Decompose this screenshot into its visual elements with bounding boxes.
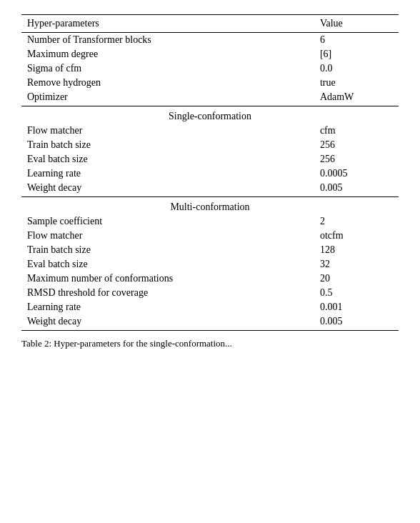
table-row: Number of Transformer blocks 6 [21, 33, 399, 48]
param-cell: Learning rate [21, 166, 314, 181]
hyper-parameters-table: Hyper-parameters Value Number of Transfo… [21, 14, 399, 331]
section-title-single: Single-conformation [21, 106, 399, 124]
table-row: Maximum degree [6] [21, 47, 399, 61]
value-cell: 0.5 [314, 286, 399, 300]
value-cell: otcfm [314, 229, 399, 243]
table-row: Maximum number of conformations 20 [21, 272, 399, 286]
value-cell: 256 [314, 152, 399, 166]
value-cell: 6 [314, 33, 399, 48]
table-row: Sample coefficient 2 [21, 214, 399, 229]
section-header-multi: Multi-conformation [21, 197, 399, 215]
table-row: Remove hydrogen true [21, 76, 399, 90]
param-cell: Optimizer [21, 90, 314, 106]
param-cell: Sample coefficient [21, 214, 314, 229]
value-cell: 0.001 [314, 300, 399, 314]
param-cell: Weight decay [21, 181, 314, 197]
table-row: Train batch size 256 [21, 138, 399, 152]
table-row: Train batch size 128 [21, 243, 399, 257]
value-cell: cfm [314, 124, 399, 138]
table-row: Eval batch size 256 [21, 152, 399, 166]
table-row: RMSD threshold for coverage 0.5 [21, 286, 399, 300]
param-cell: Train batch size [21, 243, 314, 257]
param-cell: Eval batch size [21, 152, 314, 166]
section-header-single: Single-conformation [21, 106, 399, 124]
param-cell: Learning rate [21, 300, 314, 314]
param-cell: Sigma of cfm [21, 61, 314, 76]
section-title-multi: Multi-conformation [21, 197, 399, 215]
value-cell: 128 [314, 243, 399, 257]
value-cell: 20 [314, 272, 399, 286]
value-column-header: Value [314, 15, 399, 33]
param-cell: Weight decay [21, 314, 314, 331]
value-cell: 0.005 [314, 181, 399, 197]
table-row: Learning rate 0.0005 [21, 166, 399, 181]
param-cell: Maximum degree [21, 47, 314, 61]
value-cell: 32 [314, 257, 399, 272]
value-cell: 256 [314, 138, 399, 152]
table-row: Optimizer AdamW [21, 90, 399, 106]
value-cell: 0.0 [314, 61, 399, 76]
param-cell: RMSD threshold for coverage [21, 286, 314, 300]
param-column-header: Hyper-parameters [21, 15, 314, 33]
table-row: Learning rate 0.001 [21, 300, 399, 314]
param-cell: Flow matcher [21, 124, 314, 138]
value-cell: 2 [314, 214, 399, 229]
table-row: Sigma of cfm 0.0 [21, 61, 399, 76]
param-cell: Remove hydrogen [21, 76, 314, 90]
param-cell: Number of Transformer blocks [21, 33, 314, 48]
value-cell: AdamW [314, 90, 399, 106]
value-cell: 0.0005 [314, 166, 399, 181]
table-row: Flow matcher otcfm [21, 229, 399, 243]
param-cell: Maximum number of conformations [21, 272, 314, 286]
value-cell: [6] [314, 47, 399, 61]
table-row: Flow matcher cfm [21, 124, 399, 138]
table-row: Eval batch size 32 [21, 257, 399, 272]
param-cell: Eval batch size [21, 257, 314, 272]
table-row: Weight decay 0.005 [21, 181, 399, 197]
value-cell: 0.005 [314, 314, 399, 331]
param-cell: Train batch size [21, 138, 314, 152]
table-row: Weight decay 0.005 [21, 314, 399, 331]
param-cell: Flow matcher [21, 229, 314, 243]
table-header: Hyper-parameters Value [21, 15, 399, 33]
value-cell: true [314, 76, 399, 90]
table-caption: Table 2: Hyper-parameters for the single… [21, 331, 399, 349]
